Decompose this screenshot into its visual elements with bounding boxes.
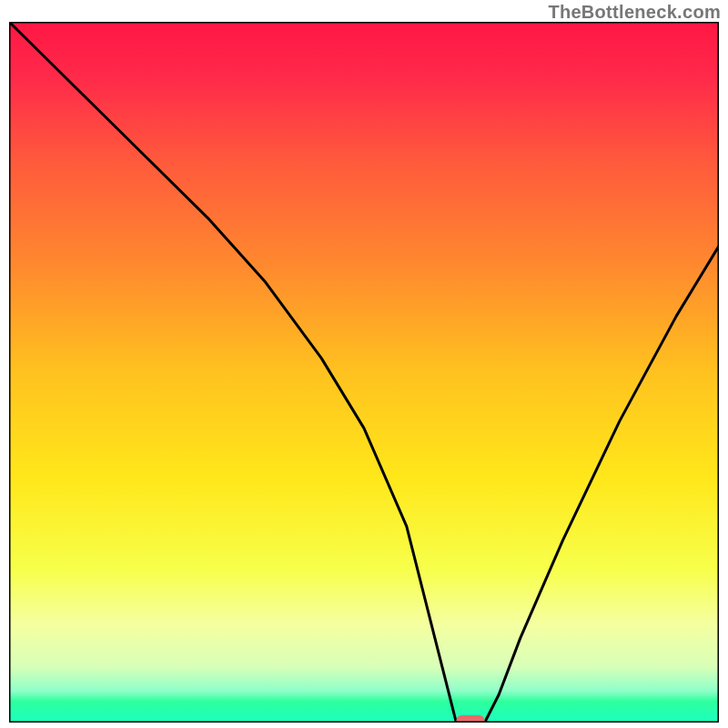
chart-container: TheBottleneck.com bbox=[0, 0, 728, 728]
bottleneck-chart bbox=[9, 22, 719, 723]
watermark-text: TheBottleneck.com bbox=[548, 2, 721, 23]
